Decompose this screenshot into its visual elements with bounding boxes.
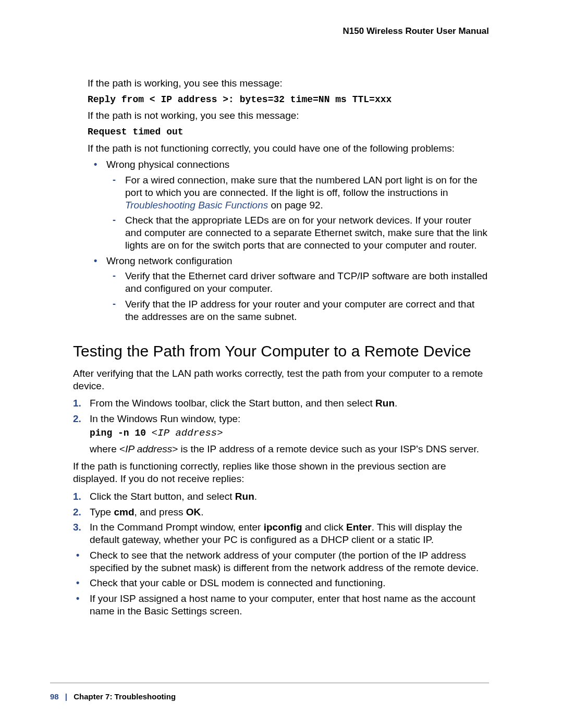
bullet-list: Check to see that the network address of… [73, 549, 489, 618]
list-item: Verify that the Ethernet card driver sof… [106, 270, 489, 295]
page-header: N150 Wireless Router User Manual [50, 25, 513, 36]
paragraph: If the path is functioning correctly, re… [73, 460, 489, 485]
list-item: 1. From the Windows toolbar, click the S… [73, 397, 489, 410]
list-text: , and press [134, 507, 186, 517]
page-number: 98 [50, 692, 59, 701]
list-item: 2. Type cmd, and press OK. [73, 506, 489, 519]
ui-label: ipconfig [264, 522, 302, 533]
text: where < [90, 443, 125, 454]
list-item: Check that the appropriate LEDs are on f… [106, 214, 489, 251]
list-number: 1. [73, 490, 81, 503]
list-item: Wrong network configuration Verify that … [88, 255, 489, 323]
list-item: For a wired connection, make sure that t… [106, 174, 489, 211]
list-text: Wrong physical connections [106, 159, 229, 170]
bullet-list: Wrong physical connections For a wired c… [88, 158, 489, 323]
list-text: . [254, 491, 257, 502]
text: > is the IP address of a remote device s… [172, 443, 479, 454]
manual-page: N150 Wireless Router User Manual If the … [0, 0, 563, 728]
list-text: and click [302, 522, 346, 533]
list-text: If your ISP assigned a host name to your… [90, 593, 475, 616]
ui-label: OK [186, 507, 201, 517]
ui-label: cmd [114, 507, 134, 517]
list-text: For a wired connection, make sure that t… [125, 175, 478, 198]
paragraph: where <IP address> is the IP address of … [90, 443, 489, 455]
dash-list: Verify that the Ethernet card driver sof… [106, 270, 489, 323]
list-text: on page 92. [268, 200, 323, 211]
header-title: N150 Wireless Router User Manual [343, 26, 489, 36]
list-text: Verify that the Ethernet card driver sof… [125, 270, 487, 294]
list-number: 1. [73, 397, 81, 410]
list-item: Check that your cable or DSL modem is co… [73, 577, 489, 589]
code-command: ping -n 10 [90, 428, 152, 438]
list-number: 2. [73, 506, 81, 519]
ui-label: Run [235, 491, 254, 502]
list-text: Check that the appropriate LEDs are on f… [125, 215, 487, 251]
paragraph: If the path is working, you see this mes… [88, 77, 489, 90]
separator: | [65, 692, 67, 701]
list-text: In the Windows Run window, type: [90, 413, 240, 424]
list-item: Wrong physical connections For a wired c… [88, 158, 489, 251]
chapter-label: Chapter 7: Troubleshooting [74, 692, 176, 701]
list-text: Wrong network configuration [106, 255, 232, 266]
ui-label: Enter [346, 522, 372, 533]
list-item: Verify that the IP address for your rout… [106, 298, 489, 323]
list-text: From the Windows toolbar, click the Star… [90, 398, 375, 409]
code-output: Reply from < IP address >: bytes=32 time… [88, 94, 489, 106]
numbered-list: 1. Click the Start button, and select Ru… [73, 490, 489, 546]
list-text: Check that your cable or DSL modem is co… [90, 577, 386, 588]
list-item: If your ISP assigned a host name to your… [73, 593, 489, 618]
list-text: Click the Start button, and select [90, 491, 235, 502]
ui-label: Run [375, 398, 395, 409]
placeholder-text: IP address [125, 443, 172, 454]
list-text: . [201, 507, 203, 517]
list-number: 2. [73, 413, 81, 425]
section-heading: Testing the Path from Your Computer to a… [73, 341, 489, 361]
dash-list: For a wired connection, make sure that t… [106, 174, 489, 252]
code-output: Request timed out [88, 126, 489, 138]
list-text: Verify that the IP address for your rout… [125, 299, 474, 322]
list-text: In the Command Prompt window, enter [90, 522, 264, 533]
paragraph: After verifying that the LAN path works … [73, 367, 489, 392]
list-item: 3. In the Command Prompt window, enter i… [73, 521, 489, 546]
page-content: If the path is working, you see this mes… [50, 77, 513, 618]
list-item: 1. Click the Start button, and select Ru… [73, 490, 489, 503]
paragraph: If the path is not functioning correctly… [88, 142, 489, 155]
footer-rule [50, 683, 489, 683]
list-item: 2. In the Windows Run window, type: ping… [73, 413, 489, 455]
list-item: Check to see that the network address of… [73, 549, 489, 574]
list-text: . [395, 398, 397, 409]
list-text: Check to see that the network address of… [90, 550, 479, 573]
code-placeholder: <IP address> [152, 427, 223, 439]
page-footer: 98 | Chapter 7: Troubleshooting [50, 692, 176, 701]
numbered-list: 1. From the Windows toolbar, click the S… [73, 397, 489, 455]
list-number: 3. [73, 521, 81, 534]
paragraph: If the path is not working, you see this… [88, 109, 489, 122]
list-text: Type [90, 507, 114, 517]
cross-ref-link[interactable]: Troubleshooting Basic Functions [125, 200, 268, 211]
